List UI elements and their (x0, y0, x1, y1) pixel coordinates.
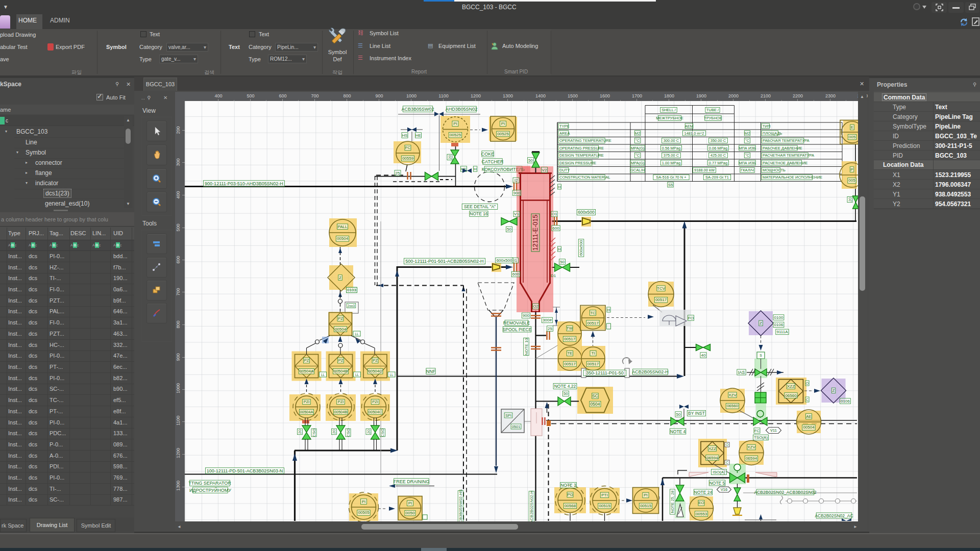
svg-text:00525: 00525 (450, 133, 461, 137)
svg-text:TUBE /: TUBE / (706, 108, 719, 112)
svg-text:0106: 0106 (841, 399, 850, 404)
svg-text:ACB3B05SW02: ACB3B05SW02 (401, 107, 434, 112)
svg-text:06560: 06560 (785, 393, 797, 398)
svg-text:O: O (806, 381, 809, 386)
svg-text:H: H (558, 185, 560, 189)
svg-text:ИДРОСТРУЙНОМУ: ИДРОСТРУЙНОМУ (189, 487, 231, 493)
svg-text:NOTE 4,22: NOTE 4,22 (554, 384, 576, 389)
svg-text:0504: 0504 (591, 402, 600, 407)
svg-text:TC: TC (590, 311, 596, 315)
svg-text:350.00 C: 350.00 C (710, 138, 726, 143)
svg-text:°C: °C (745, 138, 750, 143)
svg-text:375.00 C: 375.00 C (664, 153, 679, 158)
svg-text:DESIGN PRESSURE: DESIGN PRESSURE (559, 161, 596, 165)
svg-text:25: 25 (396, 171, 400, 176)
svg-text:V2: V2 (542, 168, 547, 172)
svg-text:MPA(G): MPA(G) (631, 146, 645, 151)
svg-text:00504: 00504 (803, 425, 815, 430)
svg-text:PZ: PZ (304, 358, 309, 363)
svg-text:OPERATING PRESSURE: OPERATING PRESSURE (559, 146, 604, 151)
svg-text:20: 20 (848, 197, 852, 202)
svg-text:ACB2B05SN02-H: ACB2B05SN02-H (632, 369, 669, 374)
svg-text:1.00 MPag: 1.00 MPag (662, 161, 680, 165)
svg-text:PG: PG (567, 492, 573, 497)
svg-text:20: 20 (298, 430, 302, 434)
svg-text:TCV: TCV (657, 286, 666, 291)
svg-text:PZ: PZ (338, 358, 343, 363)
svg-text:20: 20 (448, 155, 452, 159)
svg-text:00505: 00505 (358, 510, 370, 515)
svg-text:OPERATING TEMPERATURE: OPERATING TEMPERATURE (559, 138, 611, 143)
svg-text:NOTE 24: NOTE 24 (694, 490, 713, 495)
svg-text:50: 50 (507, 227, 511, 232)
svg-text:0103: 0103 (347, 288, 356, 292)
svg-text:C: C (806, 397, 809, 402)
svg-text:O1: O1 (552, 212, 557, 216)
svg-text:H: H (558, 247, 560, 252)
svg-text:ТИП: ТИП (763, 124, 770, 129)
svg-text:AEM: AEM (685, 124, 693, 129)
svg-text:MPA(G): MPA(G) (631, 161, 645, 165)
svg-text:SA-516 Gr.70 N +: SA-516 Gr.70 N + (656, 175, 687, 180)
svg-text:V1: V1 (514, 212, 519, 216)
svg-text:NOTE 25, 28: NOTE 25, 28 (670, 491, 675, 513)
svg-text:00517: 00517 (587, 362, 599, 366)
svg-text:00504B: 00504B (334, 410, 348, 414)
svg-text:300.00 C: 300.00 C (664, 138, 679, 143)
svg-text:425.00 C: 425.00 C (710, 153, 726, 158)
svg-text:LL: LL (389, 373, 394, 377)
svg-text:H: H (474, 167, 477, 171)
svg-text:GCAL/H: GCAL/H (630, 168, 645, 172)
svg-text:РАСЧЕТНОЕ ДАВЛЕНИЕ: РАСЧЕТНОЕ ДАВЛЕНИЕ (763, 161, 807, 165)
svg-text:005: 005 (848, 178, 855, 183)
svg-text:°C: °C (635, 138, 640, 143)
svg-text:TSO(A): TSO(A) (754, 435, 768, 440)
svg-text:1481.0 m^2: 1481.0 m^2 (684, 131, 704, 136)
svg-text:00504C: 00504C (368, 369, 382, 373)
svg-text:100-12111-PD-501-ACB3B02SN03-N: 100-12111-PD-501-ACB3B02SN03-N (207, 468, 283, 473)
svg-text:HE: HE (415, 133, 421, 138)
svg-text:РАСЧЕТНАЯ ТЕМПЕРАТУРА: РАСЧЕТНАЯ ТЕМПЕРАТУРА (763, 153, 814, 158)
svg-text:XZZ: XZZ (708, 446, 716, 451)
svg-text:МЕЖТРУБНОЕ: МЕЖТРУБНОЕ (656, 116, 683, 120)
svg-text:NOTE 10: NOTE 10 (524, 338, 529, 355)
svg-text:°C: °C (745, 153, 750, 158)
svg-text:0050: 0050 (406, 511, 415, 515)
svg-text:ГКАЛ/Ч: ГКАЛ/Ч (741, 168, 754, 172)
svg-text:FC: FC (405, 145, 411, 150)
svg-text:TE: TE (567, 351, 572, 356)
svg-text:XZV: XZV (728, 393, 737, 397)
svg-text:0100: 0100 (774, 315, 783, 320)
svg-text:NOTE 16: NOTE 16 (470, 211, 488, 216)
svg-text:06594: 06594 (706, 456, 718, 460)
svg-text:0106: 0106 (774, 322, 783, 327)
svg-text:FC: FC (754, 429, 760, 433)
svg-text:500-12111-P01-501-ACB2B05SN02-: 500-12111-P01-501-ACB2B05SN02-H (405, 259, 483, 264)
svg-text:SHELL /: SHELL / (662, 108, 676, 112)
svg-text:EO: EO (698, 500, 704, 505)
svg-text:00504: 00504 (337, 236, 349, 241)
svg-text:ПЛОЩАДЬ: ПЛОЩАДЬ (763, 131, 782, 136)
svg-text:ACB2B02SN02_AC: ACB2B02SN02_AC (815, 513, 853, 518)
svg-text:PZ: PZ (338, 316, 343, 321)
svg-text:00517: 00517 (564, 362, 576, 366)
svg-text:PZ: PZ (373, 358, 378, 363)
svg-text:SC: SC (592, 393, 598, 398)
svg-text:2oo3: 2oo3 (348, 304, 355, 308)
svg-text:XZV: XZV (747, 445, 755, 449)
svg-text:CSO: CSO (346, 429, 351, 437)
svg-text:LL: LL (321, 373, 325, 377)
svg-text:9111A: 9111A (777, 330, 789, 334)
svg-text:I1: I1 (513, 258, 517, 263)
svg-text:PI: PI (501, 121, 505, 126)
svg-text:PZI: PZI (304, 399, 310, 404)
svg-text:0.56 MPag: 0.56 MPag (662, 146, 680, 151)
svg-text:300#: 300# (543, 318, 552, 322)
svg-text:900: 900 (523, 313, 530, 318)
svg-text:005: 005 (849, 135, 856, 139)
svg-text:00515: 00515 (640, 504, 652, 508)
svg-text:00517: 00517 (587, 321, 599, 325)
svg-text:TYPE: TYPE (559, 124, 570, 129)
svg-text:9188.00 kW: 9188.00 kW (694, 168, 715, 172)
svg-text:350-12111-P01-50: 350-12111-P01-50 (586, 370, 624, 375)
